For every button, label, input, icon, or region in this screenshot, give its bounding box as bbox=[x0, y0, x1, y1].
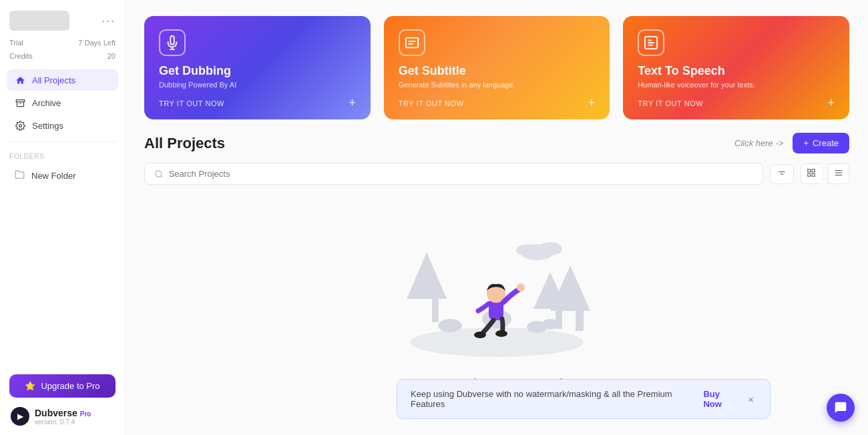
tts-plus-icon: + bbox=[828, 96, 835, 110]
new-folder-button[interactable]: New Folder bbox=[0, 164, 125, 187]
tts-try-label: TRY IT OUT NOW bbox=[638, 99, 703, 107]
sidebar-item-archive[interactable]: Archive bbox=[7, 92, 118, 113]
svg-point-27 bbox=[516, 244, 537, 256]
settings-icon bbox=[15, 120, 25, 131]
empty-illustration bbox=[390, 205, 604, 366]
brand-row: ▶ Dubverse Pro version: 0.7.4 bbox=[9, 407, 116, 426]
feature-cards-row: Get Dubbing Dubbing Powered By AI TRY IT… bbox=[126, 0, 868, 133]
svg-rect-11 bbox=[808, 169, 811, 172]
tts-card-title: Text To Speech bbox=[638, 64, 835, 78]
folders-label: FOLDERS bbox=[0, 145, 125, 164]
main-content: Get Dubbing Dubbing Powered By AI TRY IT… bbox=[126, 0, 868, 435]
logo-placeholder bbox=[9, 11, 69, 31]
home-icon bbox=[15, 75, 25, 85]
logo-area: ··· bbox=[0, 0, 125, 36]
upgrade-button[interactable]: ⭐ Upgrade to Pro bbox=[9, 374, 116, 398]
svg-rect-22 bbox=[576, 311, 584, 331]
projects-header: All Projects Click here -> + Create bbox=[144, 133, 849, 153]
subtitle-card-icon bbox=[399, 29, 425, 56]
toast-close-button[interactable]: × bbox=[745, 394, 756, 405]
create-label: Create bbox=[813, 138, 839, 148]
sidebar-item-label: All Projects bbox=[32, 75, 75, 85]
svg-point-26 bbox=[538, 242, 562, 256]
projects-title: All Projects bbox=[144, 135, 225, 152]
toast-message: Keep using Dubverse with no watermark/ma… bbox=[411, 389, 694, 409]
subtitle-try-label: TRY IT OUT NOW bbox=[399, 99, 464, 107]
brand-pro-badge: Pro bbox=[80, 410, 91, 418]
svg-rect-2 bbox=[406, 38, 418, 48]
upgrade-icon: ⭐ bbox=[25, 381, 35, 391]
svg-line-7 bbox=[160, 175, 162, 177]
credits-info: Credits 20 bbox=[0, 52, 125, 67]
dubbing-card-icon bbox=[159, 29, 186, 56]
svg-rect-0 bbox=[16, 99, 25, 101]
trial-info: Trial 7 Days Left bbox=[0, 36, 125, 52]
search-icon bbox=[154, 169, 164, 179]
svg-point-6 bbox=[156, 170, 162, 176]
svg-rect-14 bbox=[812, 173, 815, 176]
toast-notification: Keep using Dubverse with no watermark/ma… bbox=[397, 379, 771, 419]
click-hint: Click here -> bbox=[734, 138, 783, 148]
dubbing-card-title: Get Dubbing bbox=[159, 64, 356, 78]
folder-icon bbox=[15, 169, 25, 181]
subtitle-card-title: Get Subtitle bbox=[399, 64, 596, 78]
dubbing-card-footer: TRY IT OUT NOW + bbox=[159, 89, 356, 119]
svg-point-30 bbox=[542, 319, 558, 330]
svg-rect-12 bbox=[812, 169, 815, 172]
tts-card[interactable]: Text To Speech Human-like voiceover for … bbox=[623, 16, 849, 119]
svg-point-34 bbox=[517, 284, 525, 292]
sidebar: ··· Trial 7 Days Left Credits 20 All Pro… bbox=[0, 0, 126, 435]
sidebar-item-settings[interactable]: Settings bbox=[7, 115, 118, 136]
sidebar-item-label: Archive bbox=[32, 98, 61, 108]
chat-bubble-button[interactable] bbox=[827, 394, 855, 422]
create-plus-icon: + bbox=[803, 138, 809, 148]
svg-marker-23 bbox=[407, 252, 447, 299]
svg-point-35 bbox=[474, 332, 486, 338]
filter-button[interactable] bbox=[770, 164, 794, 184]
trial-days: 7 Days Left bbox=[78, 39, 116, 47]
more-menu-button[interactable]: ··· bbox=[101, 14, 116, 28]
subtitle-card[interactable]: Get Subtitle Generate Subtitles in any l… bbox=[384, 16, 610, 119]
dubbing-card[interactable]: Get Dubbing Dubbing Powered By AI TRY IT… bbox=[144, 16, 371, 119]
filter-icon bbox=[777, 169, 787, 179]
search-input[interactable] bbox=[169, 169, 753, 179]
tts-card-footer: TRY IT OUT NOW + bbox=[638, 89, 835, 119]
grid-icon bbox=[807, 168, 816, 177]
list-icon bbox=[834, 168, 843, 177]
search-filter-row bbox=[144, 163, 849, 185]
dubbing-try-label: TRY IT OUT NOW bbox=[159, 99, 224, 107]
tts-card-icon bbox=[638, 29, 664, 56]
subtitle-card-footer: TRY IT OUT NOW + bbox=[399, 89, 596, 119]
grid-view-button[interactable] bbox=[801, 163, 821, 184]
archive-icon bbox=[15, 97, 25, 108]
trial-label: Trial bbox=[9, 39, 23, 47]
tts-card-subtitle: Human-like voiceover for your texts. bbox=[638, 81, 835, 89]
svg-point-1 bbox=[19, 124, 21, 127]
subtitle-plus-icon: + bbox=[588, 96, 596, 110]
dubbing-plus-icon: + bbox=[349, 96, 356, 110]
sidebar-item-label: Settings bbox=[32, 121, 63, 131]
svg-rect-24 bbox=[432, 299, 439, 322]
sidebar-bottom: ⭐ Upgrade to Pro ▶ Dubverse Pro version:… bbox=[0, 365, 125, 435]
dubbing-card-subtitle: Dubbing Powered By AI bbox=[159, 81, 356, 89]
new-folder-label: New Folder bbox=[31, 171, 75, 181]
search-box[interactable] bbox=[144, 163, 763, 185]
upgrade-label: Upgrade to Pro bbox=[41, 381, 99, 391]
toast-buy-now-button[interactable]: Buy Now bbox=[703, 389, 738, 409]
header-right: Click here -> + Create bbox=[734, 133, 849, 153]
credits-value: 20 bbox=[107, 52, 116, 60]
brand-name-row: Dubverse Pro bbox=[35, 408, 91, 418]
svg-point-28 bbox=[438, 319, 462, 332]
brand-version: version: 0.7.4 bbox=[35, 418, 91, 426]
credits-label: Credits bbox=[9, 52, 33, 60]
svg-point-36 bbox=[495, 330, 507, 337]
chat-icon bbox=[834, 401, 847, 414]
create-button[interactable]: + Create bbox=[793, 133, 849, 153]
subtitle-card-subtitle: Generate Subtitles in any language. bbox=[399, 81, 596, 89]
nav-items: All Projects Archive Settings bbox=[0, 67, 125, 139]
brand-logo: ▶ bbox=[11, 407, 29, 426]
sidebar-item-all-projects[interactable]: All Projects bbox=[7, 69, 118, 91]
list-view-button[interactable] bbox=[828, 163, 849, 184]
brand-info: Dubverse Pro version: 0.7.4 bbox=[35, 408, 91, 426]
divider bbox=[9, 141, 116, 142]
